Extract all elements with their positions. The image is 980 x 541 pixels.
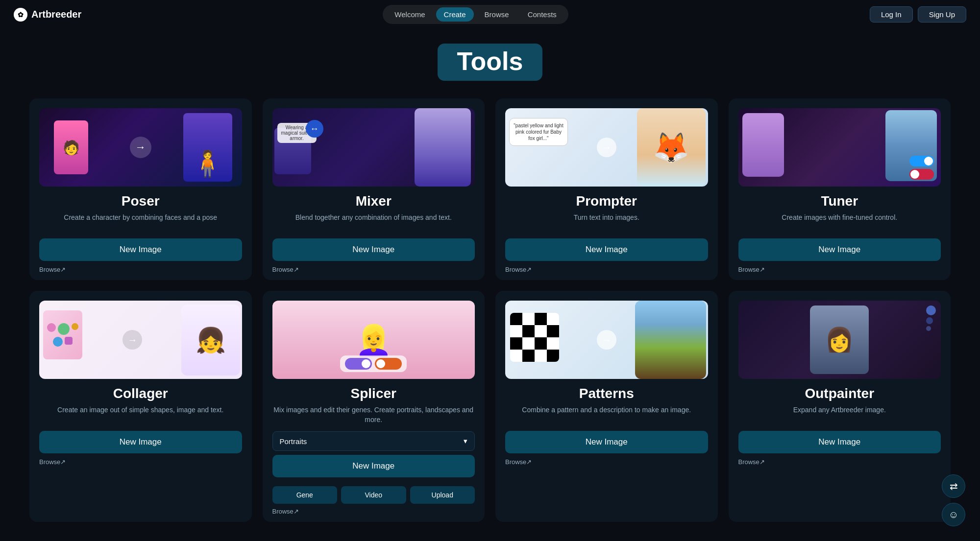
tools-grid: 🧑 → 🧍 Poser Create a character by combin… [10,98,970,541]
outpainter-title: Outpainter [805,386,874,401]
mixer-image: Wearing a magical suit of armor. ↔ [272,108,475,187]
splicer-gene-button[interactable]: Gene [272,486,338,504]
mixer-fig-right [415,108,471,187]
prompter-image: "pastel yellow and light pink colored fu… [505,108,708,187]
tool-card-mixer: Wearing a magical suit of armor. ↔ Mixer… [263,98,485,280]
prompter-title: Prompter [576,193,637,209]
translate-icon: ⇄ [950,480,958,492]
tool-card-prompter: "pastel yellow and light pink colored fu… [495,98,718,280]
collager-arrow: → [122,330,142,350]
collager-new-image-button[interactable]: New Image [39,431,242,453]
tuner-desc: Create images with fine-tuned control. [782,213,897,232]
outpainter-bubbles [926,306,936,331]
nav-right: Log In Sign Up [870,6,966,23]
signup-button[interactable]: Sign Up [918,6,966,23]
splicer-new-image-button[interactable]: New Image [272,455,475,477]
poser-image: 🧑 → 🧍 [39,108,242,187]
mixer-desc: Blend together any combination of images… [295,213,452,232]
nav-browse[interactable]: Browse [477,7,517,22]
tool-card-poser: 🧑 → 🧍 Poser Create a character by combin… [29,98,252,280]
translate-fab-button[interactable]: ⇄ [942,474,965,498]
patterns-desc: Combine a pattern and a description to m… [522,405,691,424]
splicer-dropdown-label: Portraits [280,437,307,446]
poser-fig-left: 🧑 [54,120,88,174]
mixer-title: Mixer [356,193,392,209]
navbar: ✿ Artbreeder Welcome Create Browse Conte… [0,0,980,29]
toggle-on[interactable] [909,156,934,166]
poser-title: Poser [122,193,160,209]
tuner-browse-link[interactable]: Browse↗ [738,266,941,273]
chess-pattern [510,313,559,362]
patterns-arrow: → [597,330,616,350]
splicer-thumb-1 [362,359,370,368]
logo[interactable]: ✿ Artbreeder [14,8,81,22]
mixer-new-image-button[interactable]: New Image [272,238,475,261]
mixer-icon: ↔ [306,120,323,138]
prompter-new-image-button[interactable]: New Image [505,238,708,261]
chevron-down-icon: ▾ [464,437,467,446]
logo-icon: ✿ [14,8,27,22]
collager-output: 👧 [181,305,240,376]
brand-name: Artbreeder [31,9,81,20]
prompter-arrow: → [597,138,616,157]
poser-new-image-button[interactable]: New Image [39,238,242,261]
collager-title: Collager [113,386,168,401]
poser-desc: Create a character by combining faces an… [64,213,217,232]
outpainter-portrait: 👩 [810,306,869,374]
tuner-fig-left [742,113,784,177]
nav-center: Welcome Create Browse Contests [383,5,568,24]
tuner-image [738,108,941,187]
splicer-pill-orange[interactable] [375,358,402,370]
splicer-title: Splicer [351,386,396,401]
tool-card-collager: → 👧 Collager Create an image out of simp… [29,291,252,522]
tuner-title: Tuner [821,193,858,209]
collager-browse-link[interactable]: Browse↗ [39,458,242,466]
tuner-new-image-button[interactable]: New Image [738,238,941,261]
patterns-image: → [505,301,708,379]
outpainter-browse-link[interactable]: Browse↗ [738,458,941,466]
splicer-video-button[interactable]: Video [341,486,406,504]
login-button[interactable]: Log In [870,6,913,23]
patterns-new-image-button[interactable]: New Image [505,431,708,453]
splicer-image: 👱‍♀️ [272,301,475,379]
toggle-off[interactable] [909,169,934,180]
poser-arrow: → [130,137,151,158]
patterns-village [635,301,706,379]
tool-card-tuner: Tuner Create images with fine-tuned cont… [729,98,951,280]
splicer-thumb-2 [376,359,385,368]
outpainter-new-image-button[interactable]: New Image [738,431,941,453]
prompter-browse-link[interactable]: Browse↗ [505,266,708,273]
chat-fab-button[interactable]: ☺ [942,503,965,526]
splicer-desc: Mix images and edit their genes. Create … [272,405,475,424]
tuner-toggles [909,156,934,180]
outpainter-image: 👩 [738,301,941,379]
splicer-browse-link[interactable]: Browse↗ [272,508,475,515]
splicer-sub-btns: Gene Video Upload [272,486,475,504]
tool-card-splicer: 👱‍♀️ Splicer Mix images and edit their g… [263,291,485,522]
collager-input [43,310,82,359]
tool-card-outpainter: 👩 Outpainter Expand any Artbreeder image… [729,291,951,522]
page-title-wrap: Tools [0,44,980,81]
patterns-browse-link[interactable]: Browse↗ [505,458,708,466]
toggle-row-1 [909,156,934,166]
fab-area: ⇄ ☺ [942,474,965,526]
splicer-dropdown[interactable]: Portraits ▾ [272,431,475,451]
poser-fig-right: 🧍 [183,113,232,182]
prompter-fox: 🦊 [637,108,706,187]
page-title: Tools [438,44,543,81]
nav-create[interactable]: Create [436,7,474,22]
mixer-browse-link[interactable]: Browse↗ [272,266,475,273]
nav-welcome[interactable]: Welcome [387,7,433,22]
chat-icon: ☺ [949,509,958,520]
toggle-thumb-1 [924,157,933,165]
toggle-thumb-2 [910,170,919,179]
splicer-upload-button[interactable]: Upload [410,486,475,504]
tool-card-patterns: → Patterns Combine a pattern and a descr… [495,291,718,522]
prompter-desc: Turn text into images. [574,213,639,232]
outpainter-desc: Expand any Artbreeder image. [793,405,886,424]
collager-desc: Create an image out of simple shapes, im… [57,405,223,424]
nav-contests[interactable]: Contests [520,7,564,22]
poser-browse-link[interactable]: Browse↗ [39,266,242,273]
splicer-pill-purple[interactable] [345,358,372,370]
patterns-title: Patterns [579,386,634,401]
